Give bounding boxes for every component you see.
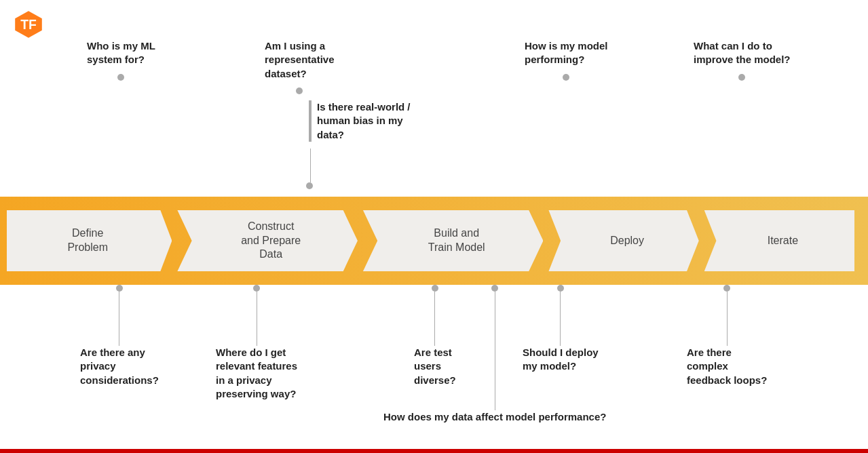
step-construct-data-label: Construct and Prepare Data xyxy=(241,220,301,262)
pipeline-banner: Define Problem Construct and Prepare Dat… xyxy=(0,197,868,285)
top-question-1-dot xyxy=(117,74,124,81)
top-question-3-text: Is there real-world / human bias in my d… xyxy=(309,100,411,142)
bottom-question-1-dot xyxy=(116,285,123,292)
step-build-model-label: Build and Train Model xyxy=(428,226,485,255)
bottom-question-2-text: Where do I get relevant features in a pr… xyxy=(216,346,297,401)
step-define-problem: Define Problem xyxy=(7,210,172,271)
top-question-5-dot xyxy=(738,74,745,81)
step-deploy-label: Deploy xyxy=(610,234,644,248)
top-question-2-text: Am I using a representative dataset? xyxy=(265,39,335,81)
bottom-question-1: Are there any privacy considerations? xyxy=(80,285,159,387)
top-question-2: Am I using a representative dataset? xyxy=(265,39,335,94)
bottom-question-6-line xyxy=(727,292,728,346)
top-question-4-dot xyxy=(563,74,569,81)
top-question-3-line xyxy=(310,149,311,182)
top-question-4-text: How is my model performing? xyxy=(525,39,608,67)
bottom-question-5: Should I deploy my model? xyxy=(523,285,599,374)
bottom-question-2-dot xyxy=(253,285,260,292)
step-build-model: Build and Train Model xyxy=(363,210,544,271)
top-question-2-dot xyxy=(296,87,303,94)
top-question-1-text: Who is my ML system for? xyxy=(87,39,155,67)
bottom-question-2: Where do I get relevant features in a pr… xyxy=(216,285,297,401)
bottom-question-4-line xyxy=(495,292,495,410)
top-question-3-dot xyxy=(306,182,313,189)
bottom-question-6: Are there complex feedback loops? xyxy=(687,285,767,387)
bottom-question-6-text: Are there complex feedback loops? xyxy=(687,346,767,387)
bottom-question-5-text: Should I deploy my model? xyxy=(523,346,599,374)
svg-text:TF: TF xyxy=(20,17,37,32)
top-question-4: How is my model performing? xyxy=(525,39,608,81)
bottom-question-5-line xyxy=(560,292,561,346)
bottom-question-5-dot xyxy=(557,285,564,292)
top-question-5-text: What can I do to improve the model? xyxy=(694,39,791,67)
bottom-question-4-text: How does my data affect model performanc… xyxy=(383,410,606,424)
top-question-5: What can I do to improve the model? xyxy=(694,39,791,81)
pipeline-steps: Define Problem Construct and Prepare Dat… xyxy=(7,203,854,278)
step-deploy: Deploy xyxy=(548,210,698,271)
tensorflow-logo: TF xyxy=(14,9,43,39)
bottom-question-1-text: Are there any privacy considerations? xyxy=(80,346,159,387)
bottom-question-1-line xyxy=(119,292,119,346)
top-question-1: Who is my ML system for? xyxy=(87,39,155,81)
step-construct-data: Construct and Prepare Data xyxy=(177,210,358,271)
step-iterate: Iterate xyxy=(704,210,854,271)
step-define-problem-label: Define Problem xyxy=(67,226,108,255)
bottom-question-6-dot xyxy=(723,285,730,292)
bottom-question-2-line xyxy=(257,292,257,346)
top-question-3: Is there real-world / human bias in my d… xyxy=(309,100,411,189)
bottom-question-4-dot xyxy=(491,285,498,292)
step-iterate-label: Iterate xyxy=(768,234,798,248)
red-bar xyxy=(0,449,868,453)
